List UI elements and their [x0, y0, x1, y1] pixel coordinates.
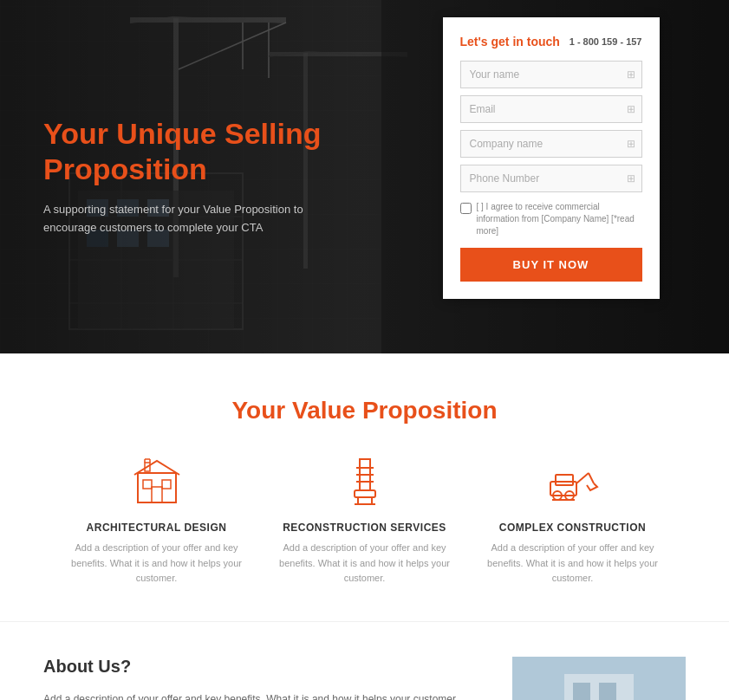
about-content: About Us? Add a description of your offe… [43, 657, 478, 700]
building-icon [131, 456, 183, 508]
name-field-group: ⊞ [460, 61, 642, 88]
svg-rect-29 [152, 487, 162, 502]
card-title-reconstruction: RECONSTRUCTION SERVICES [278, 522, 452, 534]
name-input[interactable] [460, 61, 642, 88]
value-card-architectural: ARCHITECTURAL DESIGN Add a description o… [70, 456, 244, 587]
excavator-icon [547, 456, 599, 508]
hero-title: Your Unique Selling Proposition [43, 116, 347, 187]
email-input[interactable] [460, 95, 642, 123]
hero-section: Your Unique Selling Proposition A suppor… [0, 0, 729, 353]
consent-checkbox-group: [ ] I agree to receive commercial inform… [460, 201, 642, 237]
buy-button[interactable]: BUY IT NOW [460, 248, 642, 282]
form-title: Let's get in touch [460, 35, 560, 49]
contact-form-card: Let's get in touch 1 - 800 159 - 157 ⊞ ⊞… [443, 17, 660, 299]
company-field-group: ⊞ [460, 130, 642, 158]
value-title: Your Value Proposition [17, 397, 712, 425]
value-card-reconstruction: RECONSTRUCTION SERVICES Add a descriptio… [278, 456, 452, 587]
form-phone: 1 - 800 159 - 157 [570, 36, 642, 47]
phone-input[interactable] [460, 165, 642, 192]
consent-label: [ ] I agree to receive commercial inform… [477, 201, 642, 237]
about-desc-1: Add a description of your offer and key … [43, 690, 478, 700]
card-desc-construction: Add a description of your offer and key … [486, 541, 660, 587]
svg-line-44 [576, 473, 589, 483]
card-desc-reconstruction: Add a description of your offer and key … [278, 541, 452, 587]
hero-subtitle: A supporting statement for your Value Pr… [43, 201, 312, 237]
svg-rect-38 [355, 490, 375, 497]
svg-line-45 [589, 473, 594, 483]
svg-rect-27 [143, 480, 152, 489]
form-header: Let's get in touch 1 - 800 159 - 157 [460, 35, 642, 49]
value-cards-container: ARCHITECTURAL DESIGN Add a description o… [17, 456, 712, 587]
about-image [512, 657, 686, 700]
card-desc-architectural: Add a description of your offer and key … [70, 541, 244, 587]
tools-icon [339, 456, 391, 508]
email-input-icon: ⊞ [627, 103, 635, 115]
email-field-group: ⊞ [460, 95, 642, 123]
name-input-icon: ⊞ [627, 68, 635, 81]
svg-rect-43 [556, 475, 573, 485]
phone-input-icon: ⊞ [627, 172, 635, 185]
about-section: About Us? Add a description of your offe… [0, 621, 729, 700]
hero-content: Your Unique Selling Proposition A suppor… [0, 0, 381, 353]
about-title: About Us? [43, 657, 478, 677]
svg-rect-28 [162, 480, 171, 489]
card-title-architectural: ARCHITECTURAL DESIGN [70, 522, 244, 534]
value-section: Your Value Proposition ARCHITECTURAL DES… [0, 353, 729, 621]
svg-rect-51 [573, 683, 590, 700]
company-input-icon: ⊞ [627, 138, 635, 150]
form-container: Let's get in touch 1 - 800 159 - 157 ⊞ ⊞… [381, 0, 729, 353]
svg-rect-52 [599, 683, 616, 700]
company-input[interactable] [460, 130, 642, 158]
phone-field-group: ⊞ [460, 165, 642, 192]
card-title-construction: COMPLEX CONSTRUCTION [486, 522, 660, 534]
value-card-construction: COMPLEX CONSTRUCTION Add a description o… [486, 456, 660, 587]
consent-checkbox[interactable] [460, 203, 472, 214]
